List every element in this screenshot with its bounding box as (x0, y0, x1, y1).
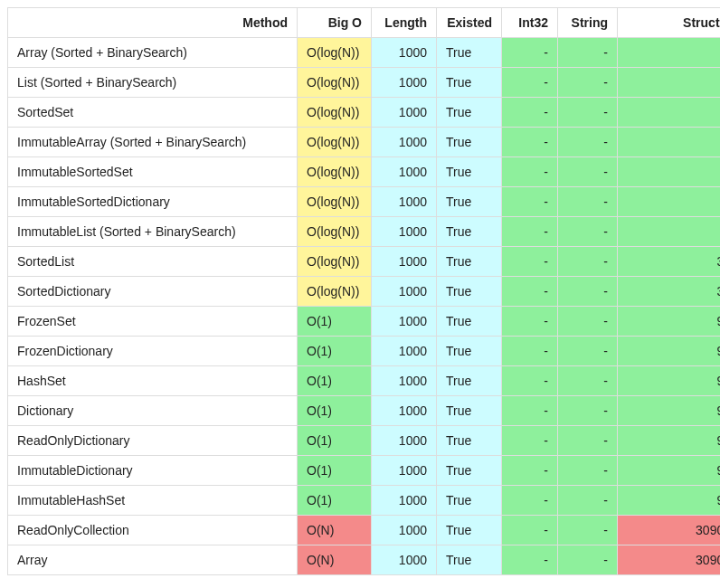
cell-method: ReadOnlyCollection (8, 516, 298, 545)
cell-bigo: O(1) (298, 307, 372, 337)
cell-method: ImmutableList (Sorted + BinarySearch) (8, 217, 298, 247)
cell-existed: True (437, 337, 502, 366)
table-row: FrozenSetO(1)1000True--96 (8, 307, 721, 337)
cell-int32: - (502, 516, 558, 545)
cell-int32: - (502, 217, 558, 247)
table-row: ImmutableList (Sorted + BinarySearch)O(l… (8, 217, 721, 247)
cell-existed: True (437, 396, 502, 426)
table-row: DictionaryO(1)1000True--96 (8, 396, 721, 426)
cell-method: FrozenSet (8, 307, 298, 337)
col-header-bigo: Big O (298, 8, 372, 38)
cell-int32: - (502, 366, 558, 396)
cell-length: 1000 (372, 366, 437, 396)
table-row: ReadOnlyDictionaryO(1)1000True--96 (8, 426, 721, 456)
cell-bigo: O(log(N)) (298, 277, 372, 307)
cell-bigo: O(1) (298, 426, 372, 456)
cell-bigo: O(1) (298, 456, 372, 486)
cell-string: - (558, 307, 618, 337)
cell-bigo: O(N) (298, 516, 372, 545)
cell-structin: 96 (618, 307, 721, 337)
cell-bigo: O(log(N)) (298, 157, 372, 187)
cell-method: FrozenDictionary (8, 337, 298, 366)
cell-int32: - (502, 98, 558, 128)
col-header-string: String (558, 8, 618, 38)
cell-existed: True (437, 277, 502, 307)
cell-string: - (558, 247, 618, 277)
cell-structin: 96 (618, 366, 721, 396)
table-row: FrozenDictionaryO(1)1000True--96 (8, 337, 721, 366)
cell-method: HashSet (8, 366, 298, 396)
col-header-length: Length (372, 8, 437, 38)
cell-string: - (558, 516, 618, 545)
cell-length: 1000 (372, 426, 437, 456)
cell-structin: - (618, 157, 721, 187)
cell-int32: - (502, 247, 558, 277)
cell-existed: True (437, 426, 502, 456)
cell-existed: True (437, 157, 502, 187)
table-row: ImmutableSortedSetO(log(N))1000True--- (8, 157, 721, 187)
table-row: ImmutableArray (Sorted + BinarySearch)O(… (8, 128, 721, 157)
table-row: ReadOnlyCollectionO(N)1000True--30901 (8, 516, 721, 545)
table-body: Array (Sorted + BinarySearch)O(log(N))10… (8, 38, 721, 575)
cell-length: 1000 (372, 187, 437, 217)
cell-method: SortedList (8, 247, 298, 277)
cell-length: 1000 (372, 545, 437, 575)
col-header-structin: StructIn (618, 8, 721, 38)
cell-length: 1000 (372, 516, 437, 545)
cell-int32: - (502, 128, 558, 157)
cell-method: SortedDictionary (8, 277, 298, 307)
cell-string: - (558, 426, 618, 456)
cell-bigo: O(log(N)) (298, 217, 372, 247)
cell-string: - (558, 98, 618, 128)
cell-existed: True (437, 456, 502, 486)
cell-int32: - (502, 545, 558, 575)
cell-method: ReadOnlyDictionary (8, 426, 298, 456)
cell-int32: - (502, 38, 558, 68)
cell-string: - (558, 68, 618, 98)
cell-int32: - (502, 426, 558, 456)
cell-structin: 96 (618, 396, 721, 426)
cell-string: - (558, 456, 618, 486)
cell-string: - (558, 337, 618, 366)
cell-bigo: O(log(N)) (298, 98, 372, 128)
cell-bigo: O(log(N)) (298, 128, 372, 157)
cell-int32: - (502, 307, 558, 337)
cell-length: 1000 (372, 217, 437, 247)
cell-int32: - (502, 486, 558, 516)
cell-length: 1000 (372, 38, 437, 68)
cell-int32: - (502, 157, 558, 187)
cell-length: 1000 (372, 277, 437, 307)
cell-structin: 30901 (618, 516, 721, 545)
table-row: Array (Sorted + BinarySearch)O(log(N))10… (8, 38, 721, 68)
cell-structin: - (618, 128, 721, 157)
cell-existed: True (437, 98, 502, 128)
cell-string: - (558, 187, 618, 217)
table-row: ImmutableDictionaryO(1)1000True--96 (8, 456, 721, 486)
cell-method: SortedSet (8, 98, 298, 128)
cell-structin: 32 (618, 277, 721, 307)
cell-int32: - (502, 456, 558, 486)
cell-length: 1000 (372, 98, 437, 128)
table-row: ArrayO(N)1000True--30901 (8, 545, 721, 575)
table-row: ImmutableHashSetO(1)1000True--96 (8, 486, 721, 516)
cell-existed: True (437, 366, 502, 396)
cell-bigo: O(log(N)) (298, 187, 372, 217)
cell-int32: - (502, 337, 558, 366)
cell-int32: - (502, 277, 558, 307)
benchmark-table-container: Method Big O Length Existed Int32 String… (0, 0, 720, 588)
col-header-int32: Int32 (502, 8, 558, 38)
cell-length: 1000 (372, 307, 437, 337)
cell-int32: - (502, 396, 558, 426)
cell-structin: 96 (618, 486, 721, 516)
cell-length: 1000 (372, 157, 437, 187)
table-row: List (Sorted + BinarySearch)O(log(N))100… (8, 68, 721, 98)
table-header: Method Big O Length Existed Int32 String… (8, 8, 721, 38)
cell-method: Array (Sorted + BinarySearch) (8, 38, 298, 68)
col-header-method: Method (8, 8, 298, 38)
cell-length: 1000 (372, 247, 437, 277)
cell-string: - (558, 277, 618, 307)
cell-method: ImmutableHashSet (8, 486, 298, 516)
cell-existed: True (437, 307, 502, 337)
cell-bigo: O(log(N)) (298, 247, 372, 277)
cell-bigo: O(1) (298, 486, 372, 516)
